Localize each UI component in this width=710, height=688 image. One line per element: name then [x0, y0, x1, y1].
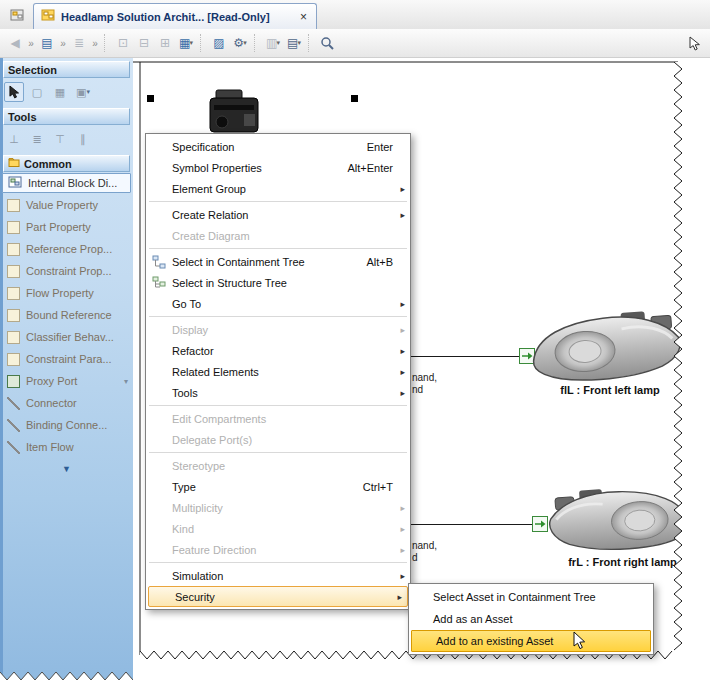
part-property-icon [7, 221, 20, 234]
menu-item-go-to[interactable]: Go To▸ [146, 293, 410, 314]
distribute-tool-button[interactable]: ≣ [27, 129, 47, 149]
submenu-arrow-icon: ▸ [393, 346, 405, 356]
pointer-tool-icon[interactable] [685, 33, 705, 53]
zoom-icon[interactable] [317, 33, 337, 53]
package-icon[interactable]: ▦▾ [176, 33, 196, 53]
submenu-item-add-to-an-existing-asset[interactable]: Add to an existing Asset [411, 630, 651, 652]
menu-item-create-diagram: Create Diagram [146, 225, 410, 246]
gear-icon[interactable]: ⚙▾ [230, 33, 250, 53]
connector-line[interactable] [393, 524, 532, 525]
window-icon [10, 8, 24, 26]
selection-mode-button[interactable]: ▣ ▾ [73, 82, 93, 102]
menu-item-related-elements[interactable]: Related Elements▸ [146, 361, 410, 382]
palette-item-label: Constraint Prop... [26, 265, 112, 277]
close-icon[interactable]: × [298, 10, 309, 24]
chevron-down-icon: ▼ [62, 464, 71, 474]
connector-line[interactable] [393, 356, 519, 357]
palette-item-value-property[interactable]: Value Property [0, 194, 133, 216]
palette-item-label: Item Flow [26, 441, 74, 453]
pointer-tool-button[interactable] [4, 82, 24, 102]
menu-item-refactor[interactable]: Refactor▸ [146, 340, 410, 361]
toolbar-separator [254, 34, 259, 52]
selection-handle[interactable] [147, 95, 154, 102]
palette-item-part-property[interactable]: Part Property [0, 216, 133, 238]
align-icon[interactable]: ≣ [69, 33, 89, 53]
menu-item-specification[interactable]: SpecificationEnter [146, 136, 410, 157]
palette-item-item-flow[interactable]: Item Flow [0, 436, 133, 458]
menu-item-create-relation[interactable]: Create Relation▸ [146, 204, 410, 225]
tools-row: ⊥ ≣ ⊤ ∥ [0, 126, 133, 152]
front-right-lamp-label[interactable]: frL : Front right lamp [535, 556, 710, 568]
palette-item-label: Connector [26, 397, 77, 409]
palette-item-label: Classifier Behav... [26, 331, 114, 343]
toolbar-overflow-icon[interactable]: » [26, 33, 36, 53]
containment-tree-icon[interactable]: ▤ [37, 33, 57, 53]
palette-item-proxy-port[interactable]: Proxy Port▾ [0, 370, 133, 392]
selection-section-header: Selection [3, 61, 130, 78]
palette-item-constraint-property[interactable]: Constraint Prop... [0, 260, 133, 282]
menu-item-simulation[interactable]: Simulation▸ [146, 565, 410, 586]
document-tab[interactable]: Headlamp Solution Archit... [Read-Only] … [33, 3, 317, 29]
layout-tool-button[interactable]: ∥ [73, 129, 93, 149]
palette-item-reference-property[interactable]: Reference Prop... [0, 238, 133, 260]
layout-icon[interactable]: ▤▾ [284, 33, 304, 53]
submenu-item-add-as-an-asset[interactable]: Add as an Asset [409, 608, 653, 630]
grid-select-tool-button[interactable]: ▦ [50, 82, 70, 102]
palette-item-binding-connector[interactable]: Binding Conne... [0, 414, 133, 436]
menu-item-type[interactable]: TypeCtrl+T [146, 476, 410, 497]
menu-item-symbol-properties[interactable]: Symbol PropertiesAlt+Enter [146, 157, 410, 178]
value-property-icon [7, 199, 20, 212]
palette-item-label: Binding Conne... [26, 419, 107, 431]
new-diagram-icon[interactable]: ▨ [209, 33, 229, 53]
palette-item-flow-property[interactable]: Flow Property [0, 282, 133, 304]
dropdown-icon[interactable]: ▾ [124, 377, 128, 386]
menu-item-tools[interactable]: Tools▸ [146, 382, 410, 403]
front-right-lamp-image[interactable] [539, 481, 702, 564]
palette-item-connector[interactable]: Connector [0, 392, 133, 414]
paste-icon[interactable]: ⊟ [134, 33, 154, 53]
menu-item-delegate-ports: Delegate Port(s) [146, 429, 410, 450]
palette-item-bound-reference[interactable]: Bound Reference [0, 304, 133, 326]
security-submenu: Select Asset in Containment Tree Add as … [408, 583, 654, 655]
item-flow-icon [7, 441, 20, 454]
align-bottom-tool-button[interactable]: ⊥ [4, 129, 24, 149]
palette-item-internal-block-diagram[interactable]: Internal Block Di... [2, 173, 131, 193]
folder-icon [8, 157, 20, 170]
menu-item-edit-compartments: Edit Compartments [146, 408, 410, 429]
toolbar-overflow-icon[interactable]: » [58, 33, 68, 53]
palette-item-constraint-parameter[interactable]: Constraint Para... [0, 348, 133, 370]
dropdown-icon: ▾ [276, 39, 280, 47]
dropdown-icon: ▾ [86, 88, 90, 96]
back-icon[interactable]: ◀ [5, 33, 25, 53]
menu-item-select-in-structure-tree[interactable]: Select in Structure Tree [146, 272, 410, 293]
toolbar-overflow-icon[interactable]: » [90, 33, 100, 53]
image-export-icon[interactable]: ▥▾ [263, 33, 283, 53]
align-top-tool-button[interactable]: ⊤ [50, 129, 70, 149]
menu-item-feature-direction: Feature Direction▸ [146, 539, 410, 560]
proxy-port-palette-icon [7, 375, 20, 388]
submenu-arrow-icon: ▸ [393, 210, 405, 220]
add-element-icon[interactable]: ⊞ [155, 33, 175, 53]
selection-tools-row: ▢ ▦ ▣ ▾ [0, 79, 133, 105]
palette-item-label: Internal Block Di... [28, 177, 117, 189]
front-left-lamp-image[interactable] [525, 307, 688, 394]
front-left-lamp-label[interactable]: flL : Front left lamp [525, 384, 695, 396]
menu-item-security[interactable]: Security▸ [148, 586, 408, 607]
submenu-arrow-icon: ▸ [393, 503, 405, 513]
containment-tree-icon [146, 255, 172, 269]
palette-item-classifier-behavior[interactable]: Classifier Behav... [0, 326, 133, 348]
shortcut-label: Alt+B [352, 256, 393, 268]
palette-item-label: Reference Prop... [26, 243, 112, 255]
menu-item-select-in-containment-tree[interactable]: Select in Containment TreeAlt+B [146, 251, 410, 272]
structure-tree-icon [146, 276, 172, 290]
menu-item-element-group[interactable]: Element Group▸ [146, 178, 410, 199]
marquee-tool-button[interactable]: ▢ [27, 82, 47, 102]
selection-handle[interactable] [351, 95, 358, 102]
diagram-tab-icon [41, 8, 55, 26]
palette-expander[interactable]: ▼ [0, 461, 133, 477]
submenu-item-select-asset-in-containment-tree[interactable]: Select Asset in Containment Tree [409, 586, 653, 608]
menu-item-stereotype: Stereotype [146, 455, 410, 476]
submenu-arrow-icon: ▸ [393, 545, 405, 555]
copy-icon[interactable]: ⊡ [113, 33, 133, 53]
dropdown-icon: ▾ [189, 39, 193, 47]
